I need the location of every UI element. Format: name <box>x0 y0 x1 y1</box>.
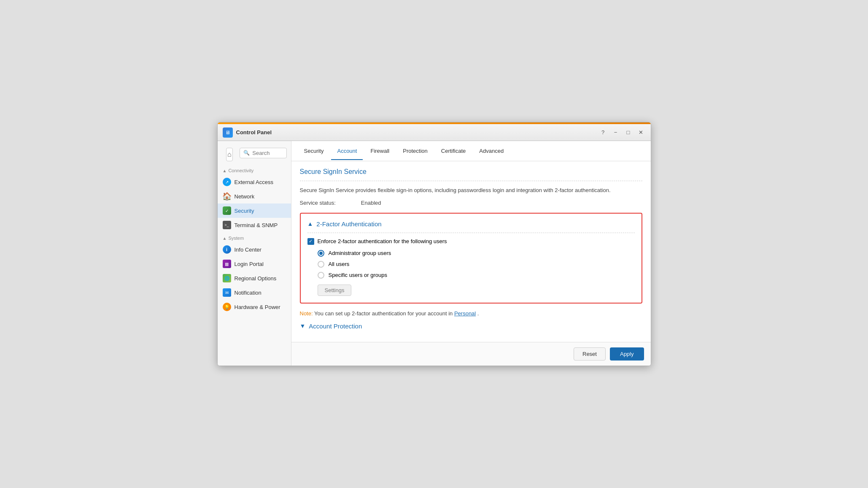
service-status-row: Service status: Enabled <box>300 200 642 206</box>
enforce-checkbox[interactable]: ✓ <box>307 238 314 245</box>
sidebar-item-info-center[interactable]: i Info Center <box>218 242 291 257</box>
sidebar-top-row: ⌂ 🔍 <box>218 141 291 165</box>
content-area: Security Account Firewall Protection Cer… <box>291 141 651 366</box>
sidebar-item-external-access[interactable]: ↗ External Access <box>218 175 291 189</box>
twofa-header: ▲ 2-Factor Authentication <box>307 220 635 228</box>
tab-account[interactable]: Account <box>331 143 363 160</box>
maximize-button[interactable]: □ <box>624 128 633 137</box>
notification-icon: ✉ <box>223 288 231 297</box>
radio-specific-users-label: Specific users or groups <box>329 272 387 278</box>
minimize-button[interactable]: − <box>611 128 620 137</box>
external-access-icon: ↗ <box>223 178 231 186</box>
login-portal-icon: ▦ <box>223 260 231 268</box>
tab-advanced[interactable]: Advanced <box>473 143 509 160</box>
radio-specific-users-icon[interactable] <box>318 272 324 279</box>
radio-all-users-icon[interactable] <box>318 261 324 268</box>
note-label: Note: <box>300 310 313 317</box>
reset-button[interactable]: Reset <box>574 347 606 361</box>
personal-link[interactable]: Personal <box>454 310 476 317</box>
search-icon: 🔍 <box>243 150 250 156</box>
sidebar-item-hardware-power[interactable]: 💡 Hardware & Power <box>218 300 291 314</box>
close-button[interactable]: ✕ <box>636 128 646 137</box>
info-center-icon: i <box>223 245 231 254</box>
sidebar-item-terminal-snmp[interactable]: >_ Terminal & SNMP <box>218 218 291 232</box>
radio-all-users-label: All users <box>329 261 350 267</box>
enforce-label: Enforce 2-factor authentication for the … <box>318 238 447 244</box>
note-row: Note: You can set up 2-factor authentica… <box>300 310 642 317</box>
account-protection-header[interactable]: ▼ Account Protection <box>300 323 642 330</box>
radio-admin-label: Administrator group users <box>329 250 391 256</box>
hardware-power-icon: 💡 <box>223 303 231 311</box>
enforce-checkbox-row[interactable]: ✓ Enforce 2-factor authentication for th… <box>307 238 635 245</box>
apply-button[interactable]: Apply <box>610 347 644 361</box>
system-section-label: ▲ System <box>218 232 291 242</box>
service-status-value: Enabled <box>361 200 381 206</box>
settings-button[interactable]: Settings <box>318 285 352 296</box>
help-button[interactable]: ? <box>598 128 608 137</box>
sidebar-item-login-portal[interactable]: ▦ Login Portal <box>218 257 291 271</box>
user-scope-radio-group: Administrator group users All users Spec… <box>307 250 635 279</box>
system-chevron-icon: ▲ <box>223 236 227 241</box>
radio-specific-users[interactable]: Specific users or groups <box>318 272 635 279</box>
account-protection-title: Account Protection <box>309 323 362 330</box>
radio-admin-icon[interactable] <box>318 250 324 257</box>
content-panel: Secure SignIn Service Secure SignIn Serv… <box>291 161 651 342</box>
sidebar-item-notification[interactable]: ✉ Notification <box>218 285 291 300</box>
window-controls: ? − □ ✕ <box>598 128 646 137</box>
sidebar-item-regional-options[interactable]: 🌐 Regional Options <box>218 271 291 285</box>
connectivity-chevron-icon: ▲ <box>223 168 227 173</box>
tab-protection[interactable]: Protection <box>397 143 434 160</box>
note-suffix: . <box>477 310 479 317</box>
tab-firewall[interactable]: Firewall <box>364 143 395 160</box>
network-icon: 🏠 <box>223 192 231 201</box>
note-text: You can set up 2-factor authentication f… <box>314 310 454 317</box>
tab-bar: Security Account Firewall Protection Cer… <box>291 141 651 161</box>
home-button[interactable]: ⌂ <box>226 148 233 161</box>
titlebar: 🖥 Control Panel ? − □ ✕ <box>218 124 651 141</box>
account-protection-chevron-icon[interactable]: ▼ <box>300 323 306 329</box>
footer: Reset Apply <box>291 342 651 366</box>
twofa-box: ▲ 2-Factor Authentication ✓ Enforce 2-fa… <box>300 213 642 304</box>
radio-admin-group[interactable]: Administrator group users <box>318 250 635 257</box>
twofa-title: 2-Factor Authentication <box>316 220 381 228</box>
section-title: Secure SignIn Service <box>300 168 642 176</box>
home-icon: ⌂ <box>227 151 232 158</box>
regional-options-icon: 🌐 <box>223 274 231 282</box>
tab-security[interactable]: Security <box>298 143 330 160</box>
radio-all-users[interactable]: All users <box>318 261 635 268</box>
sidebar-item-network[interactable]: 🏠 Network <box>218 189 291 203</box>
security-icon: ✓ <box>223 206 231 215</box>
sidebar: ⌂ 🔍 ▲ Connectivity ↗ External Access <box>218 141 291 366</box>
service-status-label: Service status: <box>300 200 336 206</box>
sidebar-item-security[interactable]: ✓ Security <box>218 203 291 218</box>
search-box[interactable]: 🔍 <box>240 148 286 158</box>
main-layout: ⌂ 🔍 ▲ Connectivity ↗ External Access <box>218 141 651 366</box>
connectivity-section-label: ▲ Connectivity <box>218 165 291 175</box>
main-window: 🖥 Control Panel ? − □ ✕ ⌂ 🔍 <box>217 122 651 366</box>
terminal-icon: >_ <box>223 221 231 229</box>
twofa-collapse-icon[interactable]: ▲ <box>307 220 313 227</box>
app-icon: 🖥 <box>223 127 233 138</box>
description-text: Secure SignIn Service provides flexible … <box>300 186 642 195</box>
window-title: Control Panel <box>236 129 598 136</box>
search-input[interactable] <box>252 150 283 156</box>
tab-certificate[interactable]: Certificate <box>435 143 472 160</box>
